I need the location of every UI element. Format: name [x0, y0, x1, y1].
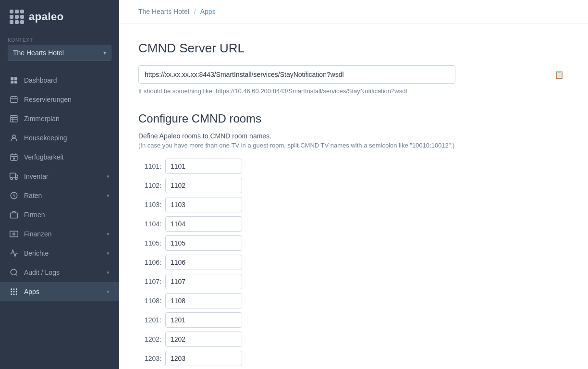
sidebar-item-firmen[interactable]: Firmen — [0, 205, 119, 224]
svg-rect-23 — [10, 231, 18, 237]
room-label: 1201: — [138, 316, 161, 324]
sidebar-item-dashboard-label: Dashboard — [24, 76, 110, 84]
main-content: The Hearts Hotel / Apps CMND Server URL … — [119, 0, 588, 369]
svg-point-17 — [13, 158, 15, 160]
hotel-name: The Hearts Hotel — [13, 49, 64, 57]
sidebar-item-dashboard[interactable]: Dashboard — [0, 71, 119, 90]
apps-icon — [10, 287, 18, 296]
room-input[interactable] — [165, 235, 242, 251]
room-row: 1108: — [138, 293, 569, 308]
svg-rect-4 — [11, 97, 17, 103]
room-input[interactable] — [165, 159, 242, 174]
breadcrumb: The Hearts Hotel / Apps — [119, 0, 588, 24]
room-input[interactable] — [165, 216, 242, 232]
svg-line-26 — [15, 274, 17, 275]
raten-icon — [10, 191, 18, 200]
logo-area: apaleo — [0, 0, 119, 34]
room-row: 1105: — [138, 235, 569, 251]
housekeeping-icon — [10, 134, 18, 142]
room-row: 1202: — [138, 332, 569, 347]
room-input[interactable] — [165, 312, 242, 328]
sidebar-item-raten[interactable]: Raten ▾ — [0, 186, 119, 205]
sidebar-item-reservierungen[interactable]: Reservierungen — [0, 90, 119, 109]
finanzen-icon — [10, 230, 18, 238]
breadcrumb-parent[interactable]: The Hearts Hotel — [138, 8, 189, 15]
svg-point-34 — [13, 294, 15, 295]
sidebar-item-verfugbarkeit-label: Verfügbarkeit — [24, 153, 110, 161]
svg-point-31 — [13, 291, 15, 293]
room-input[interactable] — [165, 332, 242, 347]
breadcrumb-separator: / — [194, 8, 196, 15]
svg-rect-8 — [11, 115, 17, 122]
sidebar-item-firmen-label: Firmen — [24, 211, 110, 219]
room-label: 1202: — [138, 335, 161, 343]
sidebar-item-housekeeping-label: Housekeeping — [24, 134, 110, 142]
cmnd-server-url-title: CMND Server URL — [138, 41, 569, 56]
room-input[interactable] — [165, 255, 242, 270]
zimmerplan-icon — [10, 114, 18, 123]
room-row: 1104: — [138, 216, 569, 232]
svg-rect-18 — [10, 173, 15, 178]
svg-rect-3 — [14, 81, 17, 84]
room-label: 1108: — [138, 297, 161, 305]
svg-point-19 — [11, 178, 12, 180]
url-input-wrapper: 📋 — [138, 65, 569, 84]
audit-icon — [10, 268, 18, 277]
svg-point-32 — [16, 291, 17, 293]
svg-point-25 — [11, 269, 16, 275]
svg-rect-22 — [11, 213, 18, 218]
svg-point-35 — [16, 294, 17, 295]
sidebar: apaleo Kontext The Hearts Hotel ▾ Dashbo… — [0, 0, 119, 369]
cmnd-url-hint: It should be something like: https://10.… — [138, 87, 569, 95]
sidebar-nav: Dashboard Reservierungen Zimmerplan — [0, 71, 119, 369]
chevron-down-icon: ▾ — [107, 289, 110, 295]
chevron-down-icon: ▾ — [107, 173, 110, 180]
sidebar-item-finanzen[interactable]: Finanzen ▾ — [0, 224, 119, 244]
svg-point-29 — [16, 288, 17, 290]
svg-point-33 — [11, 294, 12, 295]
room-input[interactable] — [165, 274, 242, 289]
dashboard-icon — [10, 76, 18, 85]
sidebar-item-housekeeping[interactable]: Housekeeping — [0, 128, 119, 148]
cmnd-url-input[interactable] — [138, 65, 455, 84]
svg-point-20 — [15, 178, 17, 180]
room-row: 1103: — [138, 197, 569, 212]
content-area: CMND Server URL 📋 It should be something… — [119, 24, 588, 369]
svg-rect-2 — [11, 81, 13, 84]
room-input[interactable] — [165, 178, 242, 193]
room-list: 1101:1102:1103:1104:1105:1106:1107:1108:… — [138, 159, 569, 369]
room-row: 1203: — [138, 351, 569, 366]
hotel-selector[interactable]: The Hearts Hotel ▾ — [8, 45, 111, 61]
room-label: 1203: — [138, 355, 161, 362]
logo-grid-icon — [10, 10, 24, 24]
svg-point-27 — [11, 288, 12, 290]
room-label: 1104: — [138, 220, 161, 228]
sidebar-item-berichte-label: Berichte — [24, 249, 101, 257]
sidebar-item-zimmerplan-label: Zimmerplan — [24, 115, 110, 123]
logo-text: apaleo — [29, 11, 64, 23]
reservierungen-icon — [10, 95, 18, 104]
room-row: 1101: — [138, 159, 569, 174]
sidebar-item-audit-logs[interactable]: Audit / Logs ▾ — [0, 263, 119, 282]
sidebar-item-inventar[interactable]: Inventar ▾ — [0, 167, 119, 186]
room-input[interactable] — [165, 351, 242, 366]
configure-description: Define Apaleo rooms to CMND room names. — [138, 132, 569, 140]
svg-rect-0 — [11, 77, 13, 80]
sidebar-item-verfugbarkeit[interactable]: Verfügbarkeit — [0, 148, 119, 167]
chevron-down-icon: ▾ — [107, 250, 110, 257]
room-row: 1106: — [138, 255, 569, 270]
room-input[interactable] — [165, 197, 242, 212]
chevron-down-icon: ▾ — [103, 49, 106, 56]
sidebar-item-berichte[interactable]: Berichte ▾ — [0, 244, 119, 263]
svg-point-30 — [11, 291, 12, 293]
sidebar-item-reservierungen-label: Reservierungen — [24, 96, 110, 103]
firmen-icon — [10, 210, 18, 219]
sidebar-item-zimmerplan[interactable]: Zimmerplan — [0, 109, 119, 128]
copy-icon[interactable]: 📋 — [554, 70, 564, 79]
sidebar-item-apps[interactable]: Apps ▾ — [0, 282, 119, 301]
sidebar-item-finanzen-label: Finanzen — [24, 230, 101, 238]
svg-point-24 — [13, 233, 15, 235]
chevron-down-icon: ▾ — [107, 193, 110, 199]
room-input[interactable] — [165, 293, 242, 308]
sidebar-item-raten-label: Raten — [24, 192, 101, 199]
